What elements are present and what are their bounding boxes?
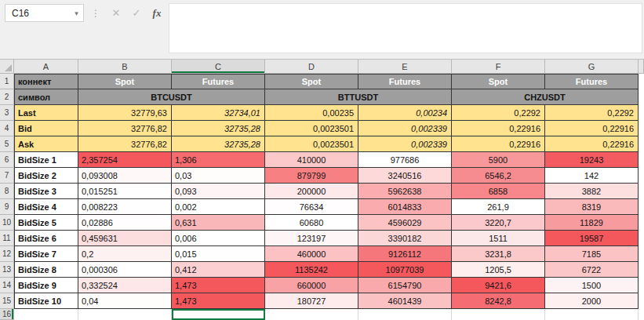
cell-G9[interactable]: 8319 <box>545 199 639 215</box>
cell-B8[interactable]: 0,015251 <box>78 184 172 199</box>
cell-F14[interactable]: 9421,6 <box>452 278 545 293</box>
cell-E3[interactable]: 0,00234 <box>358 105 452 121</box>
insert-function-icon[interactable]: fx <box>147 7 167 20</box>
row-header-16[interactable]: 16 <box>0 309 14 320</box>
cell-F6[interactable]: 5900 <box>452 152 545 168</box>
cell-D13[interactable]: 1135242 <box>265 262 358 278</box>
cell-B4[interactable]: 32776,82 <box>78 121 172 136</box>
cell-F8[interactable]: 6858 <box>452 184 545 199</box>
cell-E10[interactable]: 4596029 <box>358 215 452 231</box>
cell-G12[interactable]: 7185 <box>545 246 639 262</box>
cell-F12[interactable]: 3231,8 <box>452 246 545 262</box>
cell-A13[interactable]: BidSize 8 <box>14 262 78 278</box>
cell-A15[interactable]: BidSize 10 <box>14 293 78 309</box>
row-header-14[interactable]: 14 <box>0 278 14 293</box>
row-header-6[interactable]: 6 <box>0 152 14 168</box>
cell-B7[interactable]: 0,093008 <box>78 168 172 184</box>
cell-G3[interactable]: 0,2292 <box>545 105 639 121</box>
cell-A9[interactable]: BidSize 4 <box>14 199 78 215</box>
cell-E14[interactable]: 6154790 <box>358 278 452 293</box>
cell-D11[interactable]: 123197 <box>265 231 358 246</box>
cell-C14[interactable]: 1,473 <box>172 278 265 293</box>
cell-G5[interactable]: 0,22916 <box>545 136 639 152</box>
cell-C9[interactable]: 0,002 <box>172 199 265 215</box>
cell-F10[interactable]: 3220,7 <box>452 215 545 231</box>
cell-E1[interactable]: Futures <box>358 74 452 89</box>
cell-B10[interactable]: 0,02886 <box>78 215 172 231</box>
row-header-1[interactable]: 1 <box>0 74 14 89</box>
row-header-9[interactable]: 9 <box>0 199 14 215</box>
cell-C15[interactable]: 1,473 <box>172 293 265 309</box>
cell-E5[interactable]: 0,002339 <box>358 136 452 152</box>
row-header-10[interactable]: 10 <box>0 215 14 231</box>
cell-G1[interactable]: Futures <box>545 74 639 89</box>
cell-C7[interactable]: 0,03 <box>172 168 265 184</box>
cell-D16[interactable] <box>265 309 358 320</box>
cell-B13[interactable]: 0,000306 <box>78 262 172 278</box>
cell-A12[interactable]: BidSize 7 <box>14 246 78 262</box>
cell-E12[interactable]: 9126112 <box>358 246 452 262</box>
cell-C6[interactable]: 1,306 <box>172 152 265 168</box>
cell-A3[interactable]: Last <box>14 105 78 121</box>
cell-F11[interactable]: 1511 <box>452 231 545 246</box>
cell-D1[interactable]: Spot <box>265 74 358 89</box>
cell-G15[interactable]: 2000 <box>545 293 639 309</box>
cell-D10[interactable]: 60680 <box>265 215 358 231</box>
cell-G4[interactable]: 0,22916 <box>545 121 639 136</box>
name-box-dropdown-icon[interactable]: ▾ <box>70 9 83 17</box>
cell-G6[interactable]: 19243 <box>545 152 639 168</box>
column-header-F[interactable]: F <box>452 60 545 74</box>
row-header-4[interactable]: 4 <box>0 121 14 136</box>
cell-D8[interactable]: 200000 <box>265 184 358 199</box>
column-header-C[interactable]: C <box>172 60 265 74</box>
cell-F16[interactable] <box>452 309 545 320</box>
cell-B15[interactable]: 0,04 <box>78 293 172 309</box>
cell-B11[interactable]: 0,459631 <box>78 231 172 246</box>
cell-A10[interactable]: BidSize 5 <box>14 215 78 231</box>
cell-B2[interactable]: BTCUSDT <box>78 89 265 105</box>
cell-D9[interactable]: 76634 <box>265 199 358 215</box>
cell-E16[interactable] <box>358 309 452 320</box>
column-header-G[interactable]: G <box>545 60 639 74</box>
cell-F2[interactable]: CHZUSDT <box>452 89 639 105</box>
cell-B14[interactable]: 0,332524 <box>78 278 172 293</box>
cell-B3[interactable]: 32779,63 <box>78 105 172 121</box>
cell-F1[interactable]: Spot <box>452 74 545 89</box>
cell-F9[interactable]: 261,9 <box>452 199 545 215</box>
enter-icon[interactable]: ✓ <box>126 7 147 19</box>
cell-B5[interactable]: 32776,82 <box>78 136 172 152</box>
cell-E13[interactable]: 10977039 <box>358 262 452 278</box>
cell-E11[interactable]: 3390182 <box>358 231 452 246</box>
cell-C3[interactable]: 32734,01 <box>172 105 265 121</box>
cell-D5[interactable]: 0,0023501 <box>265 136 358 152</box>
cell-C5[interactable]: 32735,28 <box>172 136 265 152</box>
cell-C11[interactable]: 0,006 <box>172 231 265 246</box>
cancel-icon[interactable]: ✕ <box>106 7 126 19</box>
cell-C10[interactable]: 0,631 <box>172 215 265 231</box>
cell-E15[interactable]: 4601439 <box>358 293 452 309</box>
cell-G13[interactable]: 6722 <box>545 262 639 278</box>
cell-A2[interactable]: символ <box>14 89 78 105</box>
cell-D12[interactable]: 460000 <box>265 246 358 262</box>
cell-B6[interactable]: 2,357254 <box>78 152 172 168</box>
cell-A5[interactable]: Ask <box>14 136 78 152</box>
cell-G16[interactable] <box>545 309 639 320</box>
cell-C12[interactable]: 0,015 <box>172 246 265 262</box>
cell-C13[interactable]: 0,412 <box>172 262 265 278</box>
cell-C8[interactable]: 0,093 <box>172 184 265 199</box>
cell-D3[interactable]: 0,00235 <box>265 105 358 121</box>
column-header-B[interactable]: B <box>78 60 172 74</box>
cell-G10[interactable]: 11829 <box>545 215 639 231</box>
cell-D15[interactable]: 180727 <box>265 293 358 309</box>
cell-F5[interactable]: 0,22916 <box>452 136 545 152</box>
cell-B1[interactable]: Spot <box>78 74 172 89</box>
row-header-8[interactable]: 8 <box>0 184 14 199</box>
row-header-15[interactable]: 15 <box>0 293 14 309</box>
cell-A6[interactable]: BidSize 1 <box>14 152 78 168</box>
cell-A14[interactable]: BidSize 9 <box>14 278 78 293</box>
cell-D6[interactable]: 410000 <box>265 152 358 168</box>
cell-F15[interactable]: 8242,8 <box>452 293 545 309</box>
formula-bar-input[interactable] <box>169 3 642 53</box>
cell-E9[interactable]: 6014833 <box>358 199 452 215</box>
name-box[interactable]: C16 ▾ <box>5 4 84 22</box>
